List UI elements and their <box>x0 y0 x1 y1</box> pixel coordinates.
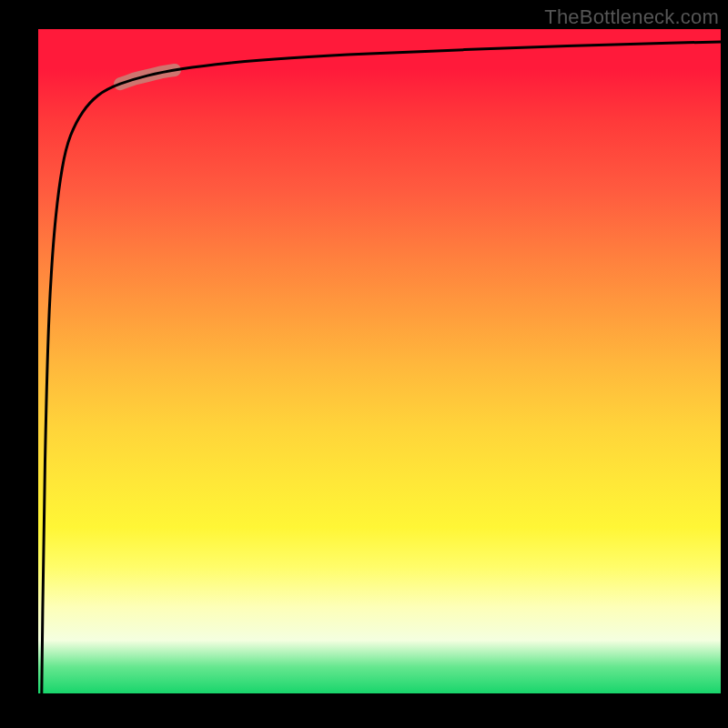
chart-stage: TheBottleneck.com <box>0 0 728 728</box>
plot-area <box>38 29 721 693</box>
watermark-text: TheBottleneck.com <box>544 5 719 29</box>
bottleneck-curve <box>42 42 721 693</box>
curve-svg <box>38 29 721 693</box>
